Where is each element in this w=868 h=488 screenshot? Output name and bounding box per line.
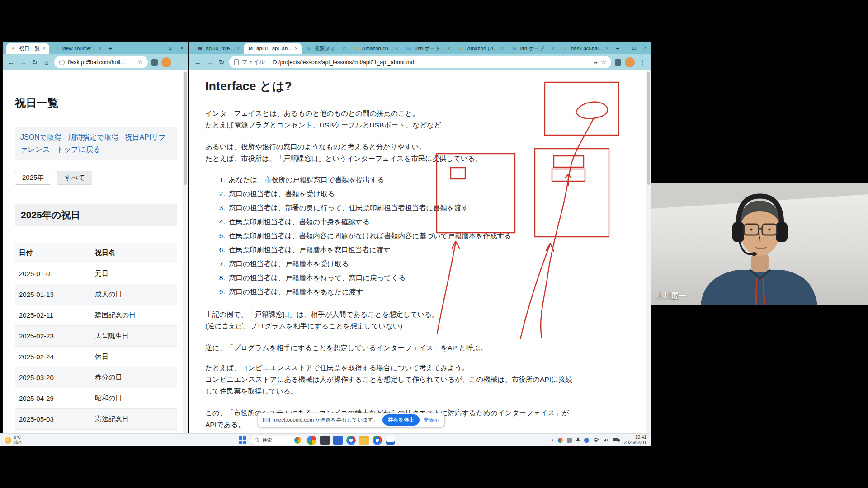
tab-close-icon[interactable]: × xyxy=(342,46,345,51)
taskbar-app-icon-6[interactable] xyxy=(373,436,382,445)
link-get-json[interactable]: JSONで取得 xyxy=(20,133,61,141)
list-item: 窓口の担当者は、部署の奥に行って、住民票印刷担当者担当者に書類を渡す xyxy=(227,201,637,215)
site-info-icon[interactable] xyxy=(59,60,65,65)
maximize-button[interactable]: □ xyxy=(169,45,172,51)
table-row: 2025-02-24休日 xyxy=(15,347,177,367)
new-tab-button[interactable]: + xyxy=(108,45,112,52)
bookmark-star-icon[interactable]: ☆ xyxy=(601,59,606,66)
presenter-illustration xyxy=(651,183,868,305)
participant-name: 小川慶一 xyxy=(656,291,687,301)
weather-icon xyxy=(5,437,11,444)
tab-close-icon[interactable]: × xyxy=(606,46,609,51)
right-tabstrip: M api00_ove... × M api01_api_ab... × G 電… xyxy=(189,42,651,54)
tab-close-icon[interactable]: × xyxy=(99,46,101,51)
reload-button[interactable]: ↻ xyxy=(217,58,226,66)
tab-holiday-list[interactable]: ● 祝日一覧 × xyxy=(6,43,49,54)
paragraph: たとえば、コンビニエンスストアで住民票を取得する場合について考えてみよう。 コン… xyxy=(205,362,637,397)
browser-menu-icon[interactable]: ⋮ xyxy=(638,58,646,66)
tab-view-source[interactable]: ● view-source:... × xyxy=(49,43,105,54)
tray-app-icon-1[interactable] xyxy=(558,438,563,443)
back-button[interactable]: ← xyxy=(194,58,202,66)
close-button[interactable]: × xyxy=(644,45,647,51)
nav-links: JSONで取得期間指定で取得祝日APIリファレンストップに戻る xyxy=(15,127,177,160)
tray-chevron-icon[interactable]: ∧ xyxy=(551,438,554,442)
profile-avatar[interactable] xyxy=(161,57,171,67)
volume-icon[interactable] xyxy=(603,438,609,443)
tab-close-icon[interactable]: × xyxy=(42,46,45,51)
extensions-icon[interactable] xyxy=(151,59,158,66)
link-back-to-top[interactable]: トップに戻る xyxy=(57,145,101,153)
tab-close-icon[interactable]: × xyxy=(500,46,503,51)
tab-amazon-2[interactable]: a Amazon | A... × xyxy=(454,43,508,54)
tab-close-icon[interactable]: × xyxy=(552,46,554,51)
scrollbar[interactable] xyxy=(646,70,651,433)
search-icon xyxy=(254,437,259,443)
minimize-button[interactable]: ─ xyxy=(620,45,624,51)
taskbar-search[interactable]: 検索 xyxy=(250,436,303,445)
tab-close-icon[interactable]: × xyxy=(295,46,297,51)
address-bar[interactable]: ファイル | D:/projects/lessons/api_lessons/m… xyxy=(229,56,611,68)
all-filter-button[interactable]: すべて xyxy=(57,171,92,185)
new-tab-button[interactable]: + xyxy=(616,45,619,52)
url-text: D:/projects/lessons/api_lessons/md/api01… xyxy=(273,59,590,66)
tab-favicon: ● xyxy=(10,46,16,52)
zoom-icon[interactable]: ⊖ xyxy=(593,59,598,66)
tab-favicon: ● xyxy=(53,46,59,52)
tab-amazon-1[interactable]: a Amazon.co... × xyxy=(349,43,402,54)
battery-icon[interactable] xyxy=(613,438,620,442)
tab-power-tap[interactable]: G 電源タッ... × xyxy=(302,43,349,54)
reload-button[interactable]: ↻ xyxy=(31,58,39,66)
list-item: 住民票印刷担当者は、書類の中身を確認する xyxy=(227,215,637,229)
home-button[interactable]: ⌂ xyxy=(42,58,51,66)
bookmark-star-icon[interactable]: ☆ xyxy=(137,59,143,66)
taskbar-app-icon-3[interactable] xyxy=(333,436,343,445)
tab-api00[interactable]: M api00_ove... × xyxy=(193,43,244,54)
column-header-date: 日付 xyxy=(15,243,91,263)
taskbar-app-icon-7[interactable] xyxy=(386,436,395,445)
forward-button[interactable]: → xyxy=(206,58,214,66)
link-get-range[interactable]: 期間指定で取得 xyxy=(68,133,118,141)
profile-avatar[interactable] xyxy=(625,57,635,67)
extensions-icon[interactable] xyxy=(615,59,621,66)
wifi-icon[interactable] xyxy=(593,438,599,443)
taskbar-app-icon-1[interactable] xyxy=(307,436,316,445)
tab-close-icon[interactable]: × xyxy=(395,46,398,51)
tab-title: usb ポート... xyxy=(415,45,444,52)
maximize-button[interactable]: □ xyxy=(632,45,636,51)
tab-usb-port[interactable]: G usb ポート... × xyxy=(402,43,454,54)
minimize-button[interactable]: ─ xyxy=(157,45,160,51)
hide-banner-link[interactable]: 非表示 xyxy=(424,417,439,423)
stop-sharing-button[interactable]: 共有を停止 xyxy=(382,414,420,426)
tab-lan-cable[interactable]: G lan ケーブ... × xyxy=(508,43,559,54)
tray-app-icon-2[interactable] xyxy=(567,438,572,443)
scrollbar-thumb[interactable] xyxy=(647,72,650,185)
column-header-name: 祝日名 xyxy=(91,243,177,263)
start-button[interactable] xyxy=(239,436,246,444)
year-filter-button[interactable]: 2025年 xyxy=(15,171,51,185)
tray-app-icon-3[interactable] xyxy=(584,438,589,443)
tab-title: api00_ove... xyxy=(206,46,234,51)
tab-favicon: G xyxy=(406,46,412,52)
back-button[interactable]: ← xyxy=(7,58,15,66)
tab-favicon: M xyxy=(248,46,254,52)
forward-button[interactable]: → xyxy=(19,58,27,66)
tab-title: Amazon | A... xyxy=(467,46,498,51)
scrollbar[interactable] xyxy=(183,70,188,433)
taskbar-app-icon-4[interactable] xyxy=(346,436,356,445)
taskbar-clock[interactable]: 10:41 2025/02/01 xyxy=(624,435,646,446)
tab-flask[interactable]: ● flask.pc5bai... × xyxy=(558,43,613,54)
scrollbar-thumb[interactable] xyxy=(184,72,187,185)
address-bar[interactable]: flask.pc5bai.com/holi... ☆ xyxy=(54,56,148,68)
tab-close-icon[interactable]: × xyxy=(237,46,240,51)
tab-api01[interactable]: M api01_api_ab... × xyxy=(244,43,302,54)
markdown-document: Interface とは? インターフェイスとは、あるものと他のものとの間の接点… xyxy=(189,70,651,433)
list-item: 住民票印刷担当者は、書類内容に問題がなければ書類内容に基づいて戸籍謄本を作成する xyxy=(227,229,637,243)
doc-line: たとえば電源プラグとコンセント、USBケーブルとUSBポート、などなど。 xyxy=(205,119,637,131)
weather-widget[interactable]: 8°C 晴れ xyxy=(0,434,27,446)
close-button[interactable]: × xyxy=(181,45,184,51)
tab-close-icon[interactable]: × xyxy=(448,46,450,51)
taskbar-app-icon-5[interactable] xyxy=(359,436,369,445)
taskbar-app-icon-2[interactable] xyxy=(320,436,330,445)
browser-menu-icon[interactable]: ⋮ xyxy=(175,58,183,66)
microphone-icon[interactable] xyxy=(576,437,580,443)
